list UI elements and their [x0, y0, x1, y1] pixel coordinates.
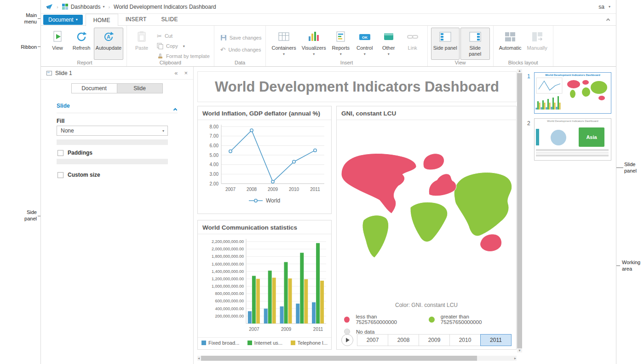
- slide-thumbnail-1[interactable]: World Development Indicators Dashboard: [534, 72, 611, 114]
- map-title: GNI, constant LCU: [337, 106, 516, 120]
- svg-text:400,000,000.00: 400,000,000.00: [215, 306, 244, 311]
- side-panel-button[interactable]: Side panel: [431, 28, 460, 60]
- year-button-2009[interactable]: 2009: [419, 334, 450, 346]
- main-menu-bar: Document ▾ HOME INSERT SLIDE: [41, 14, 616, 26]
- horizontal-scrollbar[interactable]: ◂ ▸: [197, 356, 517, 361]
- legend-label-no-data: No data: [356, 329, 374, 335]
- reports-icon: [335, 30, 346, 43]
- app-logo-icon: [46, 4, 53, 10]
- visualizers-button[interactable]: Visualizers ▾: [299, 28, 328, 60]
- view-button[interactable]: View: [46, 28, 69, 60]
- breadcrumb-bar: › Dashboards ▾ › World Development Indic…: [41, 0, 616, 14]
- undo-changes-button[interactable]: ↶ Undo changes: [219, 46, 263, 53]
- copy-button[interactable]: Copy ▾: [155, 42, 211, 50]
- custom-size-checkbox[interactable]: [58, 172, 63, 178]
- control-button[interactable]: OK Control ▾: [353, 28, 376, 60]
- containers-label: Containers: [271, 45, 296, 51]
- collapse-ribbon-button[interactable]: [605, 17, 611, 23]
- autoupdate-button[interactable]: A Autoupdate: [94, 28, 123, 60]
- region-asia[interactable]: [454, 173, 512, 236]
- paste-button[interactable]: Paste: [130, 28, 153, 60]
- working-area[interactable]: World Development Indicators Dashboard W…: [194, 67, 523, 364]
- scroll-right-icon[interactable]: ▸: [514, 357, 517, 360]
- vertical-scrollbar[interactable]: ▴ ▾: [517, 69, 522, 352]
- dashboard-title: World Development Indicators Dashboard: [215, 79, 499, 95]
- chevron-down-icon: ▾: [103, 5, 104, 9]
- play-icon: [346, 338, 350, 342]
- annotation-main-menu: Main menu: [17, 12, 37, 25]
- other-label: Other: [382, 45, 395, 51]
- content-area: Slide 1 « × Document Slide Slide Fill No…: [41, 67, 616, 364]
- slide-thumbnail-2[interactable]: World Development Indicators Dashboard A…: [534, 118, 611, 161]
- fill-dropdown[interactable]: None ▾: [57, 126, 168, 136]
- manually-icon: [531, 30, 543, 43]
- inflation-chart-plot: 2.003.004.005.006.007.008.00200720082009…: [199, 122, 330, 195]
- ribbon-tab-insert[interactable]: INSERT: [118, 13, 154, 26]
- region-europe[interactable]: [429, 174, 456, 196]
- link-icon: [407, 30, 419, 43]
- containers-button[interactable]: Containers ▾: [269, 28, 298, 60]
- automatic-button[interactable]: Automatic: [497, 28, 524, 60]
- communication-chart-title: World Communication statistics: [198, 220, 331, 234]
- dashboard-title-panel[interactable]: World Development Indicators Dashboard: [197, 71, 517, 102]
- save-changes-label: Save changes: [230, 35, 262, 40]
- slide-section-title: Slide: [57, 103, 70, 109]
- app-window: › Dashboards ▾ › World Development Indic…: [40, 0, 616, 364]
- ribbon-tab-home[interactable]: HOME: [86, 14, 118, 26]
- refresh-label: Refresh: [73, 45, 91, 51]
- paddings-checkbox[interactable]: [58, 150, 63, 156]
- paddings-row: Paddings: [58, 150, 92, 156]
- reports-button[interactable]: Reports ▾: [329, 28, 352, 60]
- side-panel-tabs: Document Slide: [41, 83, 193, 93]
- tab-document[interactable]: Document: [71, 83, 117, 93]
- section-collapse-button[interactable]: [174, 105, 177, 113]
- scroll-down-icon[interactable]: ▾: [518, 349, 521, 352]
- region-australia[interactable]: [480, 234, 502, 252]
- tab-slide[interactable]: Slide: [117, 83, 163, 93]
- scroll-up-icon[interactable]: ▴: [518, 69, 521, 73]
- paste-icon: [136, 30, 147, 43]
- region-north-america[interactable]: [341, 153, 416, 214]
- fill-dropdown-value: None: [61, 127, 74, 134]
- region-greenland[interactable]: [423, 154, 444, 170]
- svg-text:1,400,000,000.00: 1,400,000,000.00: [212, 269, 244, 274]
- save-changes-button[interactable]: Save changes: [219, 34, 263, 41]
- refresh-button[interactable]: Refresh: [70, 28, 93, 60]
- breadcrumb-dashboards[interactable]: Dashboards ▾: [71, 4, 105, 10]
- bar-legend-item: Telephone l...: [291, 340, 328, 346]
- year-button-2007[interactable]: 2007: [357, 334, 388, 346]
- manually-button[interactable]: Manually: [525, 28, 550, 60]
- user-menu[interactable]: sa: [598, 4, 604, 10]
- svg-text:1,600,000,000.00: 1,600,000,000.00: [212, 262, 244, 266]
- link-button[interactable]: Link: [401, 28, 424, 60]
- year-button-2011[interactable]: 2011: [480, 334, 512, 346]
- format-by-template-button[interactable]: Format by template: [155, 52, 211, 60]
- annotation-ribbon: Ribbon: [17, 44, 37, 50]
- ribbon-group-view: Side panel Slide panel View: [428, 26, 494, 66]
- communication-chart-panel[interactable]: World Communication statistics 200,000,0…: [197, 220, 332, 350]
- chevron-down-icon: ▾: [76, 17, 78, 22]
- collapse-panel-icon[interactable]: «: [174, 70, 178, 76]
- document-menu-button[interactable]: Document ▾: [43, 15, 83, 25]
- region-africa[interactable]: [410, 202, 448, 242]
- other-button[interactable]: Other ▾: [377, 28, 400, 60]
- document-menu-label: Document: [48, 17, 74, 23]
- vertical-scrollbar-thumb[interactable]: [517, 73, 522, 348]
- scroll-left-icon[interactable]: ◂: [197, 357, 200, 360]
- svg-text:2.00: 2.00: [210, 181, 219, 186]
- close-panel-icon[interactable]: ×: [184, 70, 188, 76]
- map-panel[interactable]: GNI, constant LCU Color: GNI. constant L…: [336, 106, 517, 350]
- play-button[interactable]: [341, 334, 353, 346]
- ribbon-group-label: Report: [43, 60, 126, 65]
- cut-button[interactable]: ✂ Cut: [155, 32, 211, 40]
- inflation-chart-panel[interactable]: World Inflation, GDP deflator (annual %)…: [197, 106, 332, 214]
- slide-panel-button[interactable]: Slide panel: [460, 28, 490, 60]
- horizontal-scrollbar-thumb[interactable]: [201, 356, 477, 361]
- region-south-america[interactable]: [362, 215, 389, 258]
- user-menu-chevron-icon[interactable]: ▾: [609, 5, 610, 9]
- year-button-2008[interactable]: 2008: [388, 334, 419, 346]
- svg-text:600,000,000.00: 600,000,000.00: [215, 299, 244, 303]
- year-button-2010[interactable]: 2010: [449, 334, 481, 346]
- ribbon-tab-slide[interactable]: SLIDE: [154, 13, 185, 26]
- svg-text:2009: 2009: [281, 327, 292, 332]
